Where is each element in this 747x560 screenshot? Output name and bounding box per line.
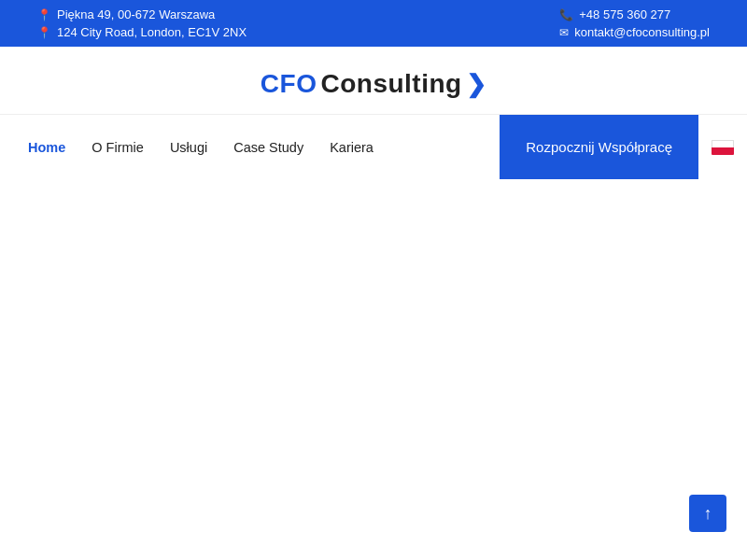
top-bar: 📍 Piękna 49, 00-672 Warszawa 📍 124 City …	[0, 0, 747, 47]
logo[interactable]: CFO Consulting ❯	[261, 69, 486, 99]
flag-white-stripe	[712, 140, 734, 147]
top-bar-contacts: 📞 +48 575 360 277 ✉ kontakt@cfoconsultin…	[559, 7, 710, 39]
phone-item: 📞 +48 575 360 277	[559, 7, 670, 21]
location-icon-2: 📍	[37, 26, 51, 39]
flag-pl-icon	[712, 140, 734, 155]
header: CFO Consulting ❯	[0, 47, 747, 114]
logo-cfo: CFO	[261, 69, 317, 99]
logo-chevron-icon: ❯	[466, 70, 487, 99]
scroll-to-top-button[interactable]: ↑	[689, 495, 726, 532]
main-content	[0, 179, 747, 497]
email-text: kontakt@cfoconsulting.pl	[574, 25, 710, 39]
nav-item-home[interactable]: Home	[28, 136, 65, 159]
phone-text: +48 575 360 277	[579, 7, 670, 21]
nav-item-uslugi[interactable]: Usługi	[170, 136, 207, 159]
email-item: ✉ kontakt@cfoconsulting.pl	[559, 25, 710, 39]
nav-row: Home O Firmie Usługi Case Study Kariera …	[0, 114, 747, 179]
address-2-item: 📍 124 City Road, London, EC1V 2NX	[37, 25, 247, 39]
cta-area[interactable]: Rozpocznij Współpracę	[500, 115, 698, 179]
location-icon-1: 📍	[37, 8, 51, 21]
top-bar-addresses: 📍 Piękna 49, 00-672 Warszawa 📍 124 City …	[37, 7, 247, 39]
flag-red-stripe	[712, 147, 734, 155]
address-1-item: 📍 Piękna 49, 00-672 Warszawa	[37, 7, 247, 21]
nav-item-kariera[interactable]: Kariera	[330, 136, 374, 159]
nav-item-o-firmie[interactable]: O Firmie	[92, 136, 144, 159]
cta-button[interactable]: Rozpocznij Współpracę	[526, 137, 672, 157]
address-2-text: 124 City Road, London, EC1V 2NX	[57, 25, 247, 39]
logo-consulting: Consulting	[320, 69, 461, 99]
phone-icon: 📞	[559, 8, 573, 21]
nav-item-case-study[interactable]: Case Study	[233, 136, 303, 159]
language-selector[interactable]	[698, 115, 747, 179]
address-1-text: Piękna 49, 00-672 Warszawa	[57, 7, 215, 21]
email-icon: ✉	[559, 26, 569, 39]
scroll-top-icon: ↑	[704, 504, 712, 524]
nav-links: Home O Firmie Usługi Case Study Kariera	[0, 115, 500, 179]
